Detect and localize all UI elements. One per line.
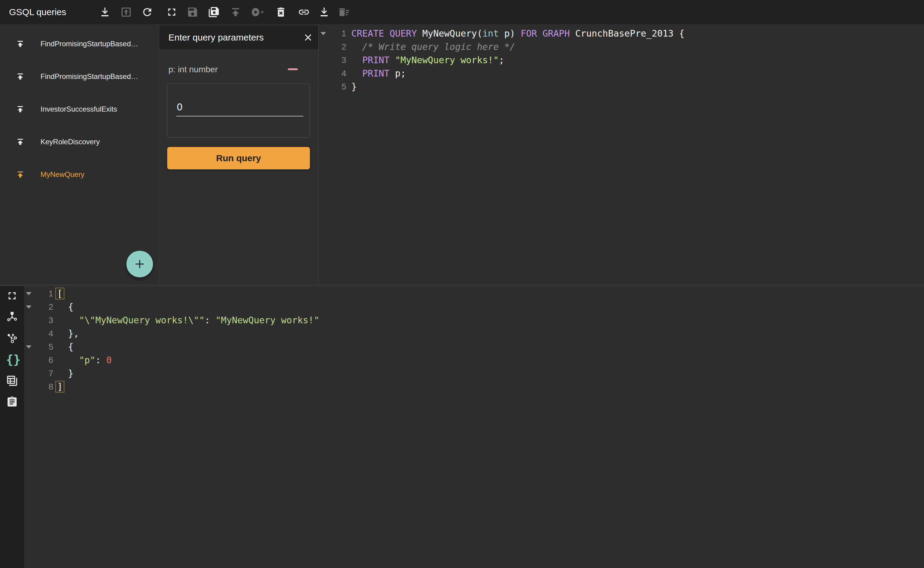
param-input[interactable] [176,101,303,116]
params-panel-title: Enter query parameters [169,32,264,43]
table-view-icon[interactable] [6,375,18,387]
code-text: { [57,340,74,353]
param-required-dash-icon [288,68,298,70]
params-panel-header: Enter query parameters [159,26,318,49]
refresh-icon[interactable] [141,6,153,18]
gutter-spacer [319,54,329,67]
query-list-item-mynewquery[interactable]: MyNewQuery [0,158,159,191]
graphstudio-window: GSQL queries FindPromisingStartupBased…F… [0,0,924,568]
explore-graph-icon[interactable] [6,332,18,344]
save-all-icon[interactable] [208,6,220,18]
fold-caret-icon[interactable] [319,27,329,40]
gsql-code-editor[interactable]: 1CREATE QUERY MyNewQuery(int p) FOR GRAP… [319,24,924,285]
line-number: 6 [33,353,53,367]
line-number: 1 [33,287,53,300]
editor-line-5: 5} [319,80,924,94]
link-icon[interactable] [298,6,310,18]
code-text: /* Write query logic here */ [351,40,515,54]
code-text: { [57,300,74,314]
line-number: 7 [33,367,53,380]
line-number: 4 [33,327,53,340]
code-text: "\"MyNewQuery works!\"": "MyNewQuery wor… [57,314,319,327]
log-view-icon[interactable] [6,396,18,408]
output-line-3: 3 "\"MyNewQuery works!\"": "MyNewQuery w… [24,314,924,327]
editor-line-3: 3 PRINT "MyNewQuery works!"; [319,54,924,67]
publish-icon[interactable] [16,170,25,179]
query-list-item-findpromisingstartupbased[interactable]: FindPromisingStartupBased… [0,27,159,60]
code-text: "p": 0 [57,353,112,367]
publish-icon[interactable] [16,39,25,48]
output-line-2: 2 { [24,300,924,314]
code-text: ] [57,380,63,393]
line-number: 5 [329,80,346,94]
query-result-json-viewer[interactable]: 1[2 {3 "\"MyNewQuery works!\"": "MyNewQu… [24,286,924,568]
editor-line-2: 2 /* Write query logic here */ [319,40,924,54]
publish-icon[interactable] [16,105,25,114]
query-list-item-keyrolediscovery[interactable]: KeyRoleDiscovery [0,125,159,158]
gutter-spacer [24,380,33,393]
line-number: 4 [329,67,346,80]
line-number: 3 [33,314,53,327]
query-parameters-panel: Enter query parameters p: int number Run… [159,24,319,285]
fold-caret-icon[interactable] [24,300,33,314]
fullscreen-icon[interactable] [166,6,178,18]
page-title: GSQL queries [9,0,66,24]
line-number: 8 [33,380,53,393]
code-text: } [351,80,357,94]
gutter-spacer [24,367,33,380]
query-name-label: KeyRoleDiscovery [41,137,100,146]
gutter-spacer [319,80,329,94]
query-list-sidebar: FindPromisingStartupBased…FindPromisingS… [0,24,159,285]
editor-line-1: 1CREATE QUERY MyNewQuery(int p) FOR GRAP… [319,27,924,40]
add-query-button[interactable] [127,251,153,277]
gutter-spacer [319,40,329,54]
json-view-icon[interactable]: {} [6,353,18,366]
code-text: PRINT p; [351,67,406,80]
publish-icon[interactable] [16,137,25,147]
result-view-rail: {} [0,286,24,568]
gutter-spacer [24,327,33,340]
publish-icon[interactable] [229,6,241,18]
query-list-item-investorsuccessfulexits[interactable]: InvestorSuccessfulExits [0,93,159,125]
top-toolbar: GSQL queries [0,0,924,24]
fold-caret-icon[interactable] [24,340,33,353]
close-icon[interactable] [303,32,314,43]
code-text: [ [57,287,63,300]
code-text: PRINT "MyNewQuery works!"; [351,54,504,67]
query-name-label: FindPromisingStartupBased… [41,72,138,81]
line-number: 3 [329,54,346,67]
output-line-6: 6 "p": 0 [24,353,924,367]
param-input-box [167,83,310,137]
line-number: 2 [33,300,53,314]
editor-line-4: 4 PRINT p; [319,67,924,80]
download-icon[interactable] [99,6,111,18]
output-line-5: 5 { [24,340,924,353]
code-text: }, [57,327,79,340]
delete-forever-icon[interactable] [275,6,287,18]
save-icon[interactable] [187,6,199,18]
output-line-7: 7 } [24,367,924,380]
fold-caret-icon[interactable] [24,287,33,300]
plus-icon [133,257,147,271]
query-list-item-findpromisingstartupbased[interactable]: FindPromisingStartupBased… [0,60,159,93]
publish-icon[interactable] [16,72,25,81]
line-number: 5 [33,340,53,353]
upload-box-icon[interactable] [120,6,132,18]
output-line-4: 4 }, [24,327,924,340]
code-text: } [57,367,74,380]
delete-sweep-icon[interactable] [338,6,350,18]
output-line-8: 8] [24,380,924,393]
run-query-button[interactable]: Run query [167,147,310,169]
gutter-spacer [319,67,329,80]
run-dropdown-icon[interactable] [249,6,266,18]
output-line-1: 1[ [24,287,924,300]
fullscreen-icon[interactable] [6,290,18,302]
code-text: CREATE QUERY MyNewQuery(int p) FOR GRAPH… [351,27,684,40]
download-icon[interactable] [318,6,330,18]
gutter-spacer [24,314,33,327]
query-name-label: MyNewQuery [41,170,84,179]
line-number: 2 [329,40,346,54]
gutter-spacer [24,353,33,367]
view-schema-icon[interactable] [6,311,18,323]
query-name-label: FindPromisingStartupBased… [41,39,138,48]
